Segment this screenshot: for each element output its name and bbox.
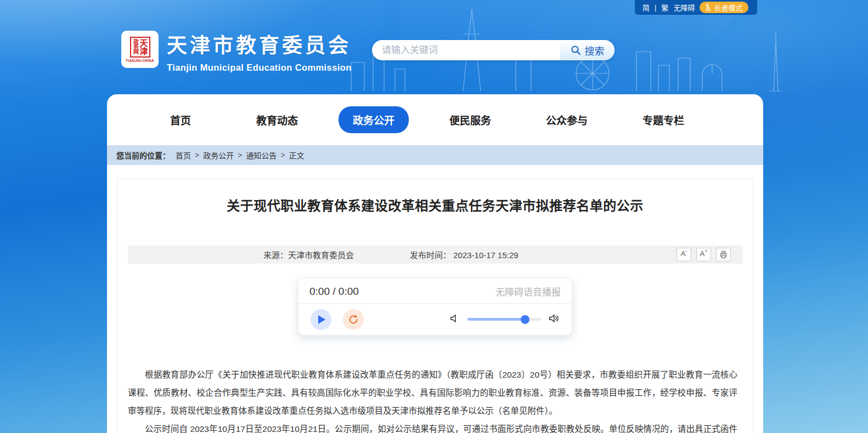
search-icon bbox=[571, 45, 581, 55]
article-meta-bar: 来源：天津市教育委员会 发布时间： 2023-10-17 15:29 A- A+ bbox=[128, 246, 743, 264]
volume-slider[interactable] bbox=[467, 318, 541, 321]
time-label: 发布时间： bbox=[410, 250, 451, 260]
nav-item-education-news[interactable]: 教育动态 bbox=[229, 112, 325, 127]
nav-item-label: 教育动态 bbox=[256, 112, 298, 127]
font-increase-button[interactable]: A+ bbox=[696, 248, 711, 261]
nav-item-special-topics[interactable]: 专题专栏 bbox=[615, 112, 712, 127]
nav-item-label: 专题专栏 bbox=[642, 112, 684, 127]
time-value: 2023-10-17 15:29 bbox=[453, 250, 518, 260]
breadcrumb-gov-link[interactable]: 政务公开 bbox=[203, 150, 234, 161]
play-icon bbox=[318, 315, 326, 324]
font-letter: A bbox=[700, 250, 705, 257]
tianjin-seal: 政务网 天津 bbox=[130, 37, 150, 58]
source-value: 天津市教育委员会 bbox=[288, 250, 354, 260]
site-logo[interactable]: 政务网 天津 TIANJIN-CHINA bbox=[121, 31, 159, 68]
volume-thumb[interactable] bbox=[521, 315, 529, 324]
site-title-cn: 天津市教育委员会 bbox=[167, 29, 352, 59]
lang-simplified-link[interactable]: 简 bbox=[642, 2, 650, 13]
search-button[interactable]: 搜索 bbox=[560, 40, 615, 60]
breadcrumb-separator: > bbox=[238, 151, 242, 159]
article-card: 关于现代职业教育体系建设改革相关重点任务天津市拟推荐名单的公示 来源：天津市教育… bbox=[117, 179, 753, 433]
nav-item-home[interactable]: 首页 bbox=[132, 112, 229, 127]
lang-divider: | bbox=[655, 3, 656, 12]
article-publish-time: 发布时间： 2023-10-17 15:29 bbox=[410, 249, 518, 260]
volume-fill bbox=[467, 318, 525, 321]
nav-item-public-services[interactable]: 便民服务 bbox=[422, 112, 518, 127]
main-nav: 首页 教育动态 政务公开 便民服务 公众参与 专题专栏 bbox=[107, 94, 763, 145]
article-body: 根据教育部办公厅《关于加快推进现代职业教育体系建设改革重点任务的通知》（教职成厅… bbox=[128, 366, 737, 433]
search-button-label: 搜索 bbox=[585, 43, 605, 58]
nav-item-label: 公众参与 bbox=[546, 112, 588, 127]
speaker-loud-icon bbox=[549, 314, 560, 323]
print-button[interactable] bbox=[716, 248, 731, 261]
source-label: 来源： bbox=[263, 250, 288, 260]
nav-item-label: 首页 bbox=[170, 112, 191, 127]
seal-caption: TIANJIN-CHINA bbox=[126, 59, 154, 62]
minus-sign: - bbox=[685, 249, 687, 254]
seal-right-text: 天津 bbox=[139, 39, 148, 55]
font-decrease-button[interactable]: A- bbox=[677, 248, 691, 261]
accessibility-link[interactable]: 无障碍 bbox=[673, 2, 695, 13]
top-utility-bar: 简 | 繁 无障碍 长者模式 bbox=[635, 0, 757, 15]
content-area: 关于现代职业教育体系建设改革相关重点任务天津市拟推荐名单的公示 来源：天津市教育… bbox=[107, 165, 763, 433]
site-header: 简 | 繁 无障碍 长者模式 政务网 天津 TIANJIN-CHINA 天津市教… bbox=[0, 0, 868, 94]
nav-item-label: 政务公开 bbox=[339, 106, 409, 133]
breadcrumb-separator: > bbox=[280, 151, 285, 159]
article-paragraph: 根据教育部办公厅《关于加快推进现代职业教育体系建设改革重点任务的通知》（教职成厅… bbox=[128, 366, 737, 420]
player-header: 0:00 / 0:00 无障碍语音播报 bbox=[298, 278, 572, 304]
elder-person-icon bbox=[704, 4, 711, 12]
player-controls bbox=[298, 304, 572, 335]
audio-player: 0:00 / 0:00 无障碍语音播报 bbox=[298, 278, 572, 335]
player-time-display: 0:00 / 0:00 bbox=[309, 286, 359, 298]
breadcrumb-label: 您当前的位置： bbox=[116, 150, 170, 161]
article-source: 来源：天津市教育委员会 bbox=[263, 249, 354, 260]
replay-icon bbox=[348, 314, 359, 325]
volume-max-button[interactable] bbox=[549, 314, 560, 325]
speaker-low-icon bbox=[450, 314, 460, 323]
printer-icon bbox=[719, 250, 728, 259]
breadcrumb-home-link[interactable]: 首页 bbox=[176, 150, 191, 161]
site-title-block: 天津市教育委员会 Tianjin Municipal Education Com… bbox=[167, 29, 352, 73]
mute-button[interactable] bbox=[450, 314, 460, 325]
nav-item-label: 便民服务 bbox=[449, 112, 491, 127]
replay-button[interactable] bbox=[343, 309, 364, 330]
seal-left-text: 政务网 bbox=[133, 39, 138, 55]
breadcrumb-current: 正文 bbox=[289, 150, 305, 161]
main-container: 首页 教育动态 政务公开 便民服务 公众参与 专题专栏 您当前的位置： 首页 >… bbox=[107, 94, 763, 433]
font-letter: A bbox=[681, 250, 686, 257]
nav-item-public-participation[interactable]: 公众参与 bbox=[518, 112, 615, 127]
breadcrumb-separator: > bbox=[195, 151, 199, 159]
elder-mode-button[interactable]: 长者模式 bbox=[700, 2, 748, 13]
search-input[interactable] bbox=[372, 40, 560, 60]
elder-mode-label: 长者模式 bbox=[714, 2, 742, 13]
plus-sign: + bbox=[704, 249, 707, 254]
nav-item-government-affairs[interactable]: 政务公开 bbox=[325, 106, 422, 133]
player-caption: 无障碍语音播报 bbox=[495, 284, 561, 298]
article-tools: A- A+ bbox=[677, 248, 731, 261]
article-title: 关于现代职业教育体系建设改革相关重点任务天津市拟推荐名单的公示 bbox=[117, 179, 753, 214]
search-box: 搜索 bbox=[372, 40, 615, 60]
lang-traditional-link[interactable]: 繁 bbox=[661, 2, 668, 13]
play-button[interactable] bbox=[311, 309, 331, 330]
site-title-en: Tianjin Municipal Education Commission bbox=[167, 62, 352, 73]
breadcrumb: 您当前的位置： 首页 > 政务公开 > 通知公告 > 正文 bbox=[107, 145, 763, 165]
article-paragraph: 公示时间自 2023年10月17日至2023年10月21日。公示期间，如对公示结… bbox=[128, 420, 737, 433]
breadcrumb-notice-link[interactable]: 通知公告 bbox=[246, 150, 277, 161]
